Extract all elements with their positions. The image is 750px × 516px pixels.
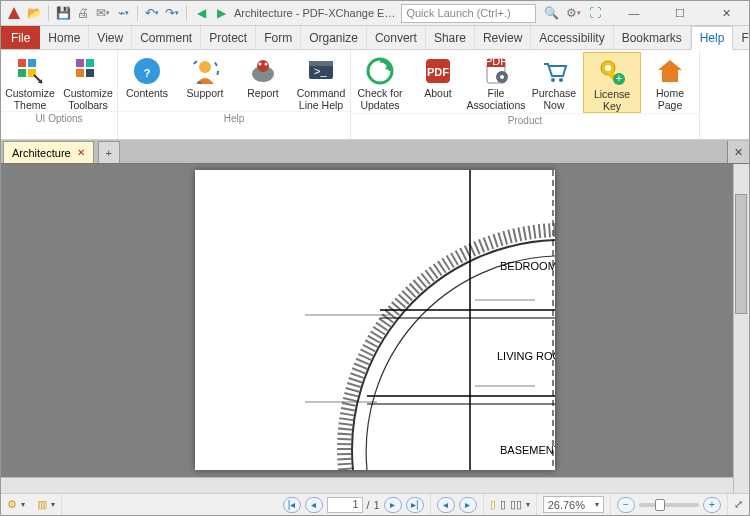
menu-tab-format[interactable]: Format: [733, 26, 750, 49]
quick-launch-input[interactable]: Quick Launch (Ctrl+.): [401, 4, 536, 23]
menu-file[interactable]: File: [1, 26, 40, 49]
svg-point-19: [368, 59, 392, 83]
last-page-button[interactable]: ▸|: [406, 497, 424, 513]
menu-tab-help[interactable]: Help: [691, 26, 734, 50]
app-icon: [5, 4, 23, 22]
ribbon-report-button[interactable]: Report: [234, 52, 292, 111]
ribbon-contents-button[interactable]: ?Contents: [118, 52, 176, 111]
nav-back-icon[interactable]: ◀: [192, 4, 210, 22]
redo-icon[interactable]: ↷▾: [163, 4, 181, 22]
fullscreen-icon[interactable]: ⛶: [586, 4, 604, 22]
next-view-button[interactable]: ▸: [459, 497, 477, 513]
ribbon-customize-theme-button[interactable]: Customize Theme: [1, 52, 59, 111]
ui-options-icon[interactable]: ⚙▾: [564, 4, 582, 22]
ribbon-label: Report: [245, 88, 281, 100]
layout-icon[interactable]: ▥: [37, 498, 47, 511]
menu-tab-accessibility[interactable]: Accessibility: [531, 26, 613, 49]
document-tab-bar: Architecture ✕ + ✕: [1, 140, 749, 164]
ribbon-label: Contents: [124, 88, 170, 100]
menu-tab-view[interactable]: View: [89, 26, 132, 49]
minimize-button[interactable]: —: [611, 1, 657, 26]
svg-rect-4: [76, 59, 84, 67]
menu-tab-home[interactable]: Home: [40, 26, 89, 49]
ribbon-group-label: UI Options: [1, 111, 117, 125]
svg-text:BASEMENT: BASEMENT: [500, 444, 555, 456]
svg-point-10: [199, 61, 211, 73]
menu-tab-share[interactable]: Share: [426, 26, 475, 49]
svg-point-15: [265, 63, 268, 66]
page-number-input[interactable]: 1: [327, 497, 363, 513]
ribbon-label: Purchase Now: [525, 88, 583, 111]
undo-icon[interactable]: ↶▾: [143, 4, 161, 22]
document-tab[interactable]: Architecture ✕: [3, 141, 94, 163]
menu-tab-convert[interactable]: Convert: [367, 26, 426, 49]
zoom-in-button[interactable]: +: [703, 497, 721, 513]
quick-access-toolbar: 📂 💾 🖨 ✉▾ ⌁▾ ↶▾ ↷▾ ◀ ▶: [1, 4, 230, 22]
zoom-combo[interactable]: 26.76%▾: [543, 496, 604, 513]
menu-tab-form[interactable]: Form: [256, 26, 301, 49]
ribbon-about-button[interactable]: PDFAbout: [409, 52, 467, 113]
report-icon: [248, 56, 278, 86]
menu-tab-comment[interactable]: Comment: [132, 26, 201, 49]
continuous-icon[interactable]: ▯: [500, 498, 506, 511]
zoom-slider[interactable]: [639, 503, 699, 507]
close-all-tabs-button[interactable]: ✕: [727, 141, 749, 163]
new-tab-button[interactable]: +: [98, 141, 120, 163]
scan-icon[interactable]: ⌁▾: [114, 4, 132, 22]
close-button[interactable]: ✕: [703, 1, 749, 26]
cmdline-icon: >_: [306, 56, 336, 86]
document-canvas[interactable]: BEDROOMS LIVING ROOM BASEMENT: [1, 164, 749, 493]
menu-tab-bookmarks[interactable]: Bookmarks: [614, 26, 691, 49]
next-page-button[interactable]: ▸: [384, 497, 402, 513]
ribbon-purchase-button[interactable]: Purchase Now: [525, 52, 583, 113]
support-icon: [190, 56, 220, 86]
purchase-icon: [539, 56, 569, 86]
print-icon[interactable]: 🖨: [74, 4, 92, 22]
svg-text:+: +: [616, 72, 622, 84]
page-total: 1: [374, 499, 380, 511]
pdf-page: BEDROOMS LIVING ROOM BASEMENT: [195, 170, 555, 470]
ribbon-cmdline-button[interactable]: >_Command Line Help: [292, 52, 350, 111]
save-icon[interactable]: 💾: [54, 4, 72, 22]
vertical-scrollbar[interactable]: [733, 164, 749, 493]
customize-theme-icon: [15, 56, 45, 86]
ribbon-support-button[interactable]: Support: [176, 52, 234, 111]
svg-point-27: [551, 78, 555, 82]
horizontal-scrollbar[interactable]: [1, 477, 733, 493]
ribbon-label: Check for Updates: [351, 88, 409, 111]
email-icon[interactable]: ✉▾: [94, 4, 112, 22]
ribbon-homepage-button[interactable]: Home Page: [641, 52, 699, 113]
svg-rect-1: [28, 59, 36, 67]
first-page-button[interactable]: |◂: [283, 497, 301, 513]
menu-tab-organize[interactable]: Organize: [301, 26, 367, 49]
ribbon-label: Command Line Help: [292, 88, 350, 111]
search-icon[interactable]: 🔍: [542, 4, 560, 22]
customize-toolbars-icon: [73, 56, 103, 86]
svg-text:?: ?: [144, 67, 151, 79]
options-gear-icon[interactable]: ⚙: [7, 498, 17, 511]
svg-rect-5: [86, 59, 94, 67]
fit-page-icon[interactable]: ⤢: [734, 498, 743, 511]
maximize-button[interactable]: ☐: [657, 1, 703, 26]
menu-tab-protect[interactable]: Protect: [201, 26, 256, 49]
ribbon-label: File Associations: [465, 88, 528, 111]
svg-text:>_: >_: [314, 65, 327, 77]
nav-fwd-icon[interactable]: ▶: [212, 4, 230, 22]
close-tab-icon[interactable]: ✕: [77, 147, 85, 158]
two-page-icon[interactable]: ▯▯: [510, 498, 522, 511]
ribbon-license-button[interactable]: +License Key: [583, 52, 641, 113]
ribbon-customize-toolbars-button[interactable]: Customize Toolbars: [59, 52, 117, 111]
document-tab-label: Architecture: [12, 147, 71, 159]
ribbon-label: Customize Toolbars: [59, 88, 117, 111]
prev-view-button[interactable]: ◂: [437, 497, 455, 513]
open-icon[interactable]: 📂: [25, 4, 43, 22]
svg-rect-0: [18, 59, 26, 67]
menu-tab-review[interactable]: Review: [475, 26, 531, 49]
prev-page-button[interactable]: ◂: [305, 497, 323, 513]
zoom-out-button[interactable]: −: [617, 497, 635, 513]
ribbon-updates-button[interactable]: Check for Updates: [351, 52, 409, 113]
svg-point-26: [500, 75, 504, 79]
single-page-icon[interactable]: ▯: [490, 498, 496, 511]
ribbon-fileassoc-button[interactable]: PDFFile Associations: [467, 52, 525, 113]
svg-rect-6: [76, 69, 84, 77]
